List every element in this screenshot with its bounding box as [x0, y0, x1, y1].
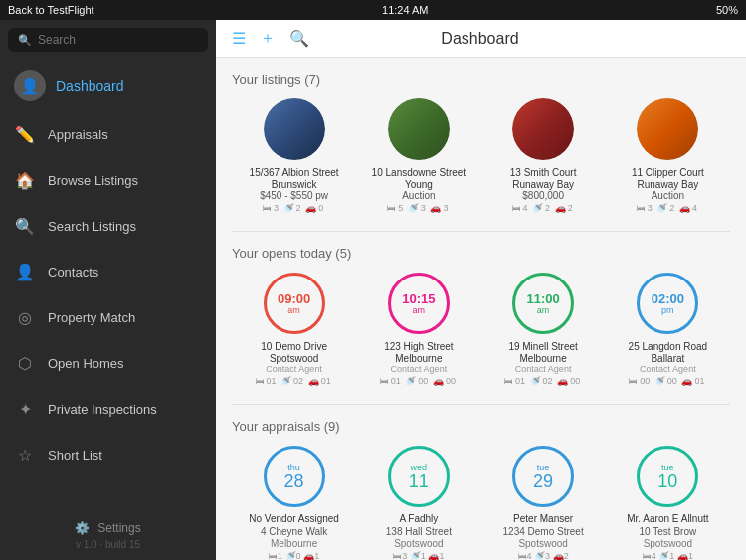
listing-price: Auction	[402, 190, 435, 201]
search-input[interactable]	[38, 33, 198, 47]
listing-meta: 🛏4 🚿2 🚗2	[512, 203, 575, 213]
search-header-icon[interactable]: 🔍	[289, 29, 309, 48]
sidebar-item-label: Browse Listings	[48, 173, 138, 188]
listing-meta: 🛏3 🚿2 🚗4	[637, 203, 699, 213]
contact-label: Contact Agent	[515, 364, 572, 374]
sidebar: 🔍 👤 Dashboard ✏️ Appraisals 🏠 Browse Lis…	[0, 20, 216, 560]
main-header: ☰ ＋ 🔍 Dashboard	[216, 20, 746, 58]
contacts-icon: 👤	[14, 261, 36, 282]
date-circle: wed 11	[388, 446, 450, 507]
search-icon: 🔍	[18, 34, 32, 47]
open-card[interactable]: 09:00 am 10 Demo Drive Spotswood Contact…	[232, 273, 356, 386]
opens-section-title: Your opens today (5)	[232, 246, 730, 261]
open-homes-icon: ⬡	[14, 352, 36, 374]
sidebar-item-label: Appraisals	[48, 127, 108, 142]
date-circle: tue 29	[512, 446, 574, 507]
listing-photo	[637, 98, 698, 160]
back-button[interactable]: Back to TestFlight	[8, 4, 94, 16]
sidebar-item-open-homes[interactable]: ⬡ Open Homes	[0, 340, 216, 386]
battery-indicator: 50%	[716, 4, 738, 16]
listing-photo	[264, 98, 325, 160]
contact-label: Contact Agent	[391, 364, 448, 374]
appraisal-card[interactable]: thu 28 No Vendor Assigned 4 Cheyne Walk …	[232, 446, 356, 560]
sidebar-item-contacts[interactable]: 👤 Contacts	[0, 249, 216, 294]
listing-suburb: Runaway Bay	[638, 179, 699, 190]
property-match-icon: ◎	[14, 306, 36, 328]
version-label: v 1.0 · build 15	[14, 539, 202, 550]
date-circle: thu 28	[264, 446, 325, 507]
sidebar-item-label: Property Match	[48, 310, 135, 325]
sidebar-item-browse-listings[interactable]: 🏠 Browse Listings	[0, 157, 216, 203]
listing-address: 13 Smith Court	[510, 166, 577, 179]
main-content: ☰ ＋ 🔍 Dashboard Your listings (7) 15/367…	[216, 20, 746, 560]
browse-icon: 🏠	[14, 169, 36, 191]
time-display: 11:24 AM	[382, 4, 428, 16]
appraisals-section-title: Your appraisals (9)	[232, 419, 730, 434]
listings-section-title: Your listings (7)	[232, 72, 730, 87]
time-circle: 10:15 am	[388, 273, 450, 334]
page-title: Dashboard	[441, 30, 518, 48]
contact-label: Contact Agent	[640, 364, 696, 374]
open-card[interactable]: 10:15 am 123 High Street Melbourne Conta…	[356, 273, 480, 386]
listings-row: 15/367 Albion Street Brunswick $450 - $5…	[232, 98, 730, 213]
open-card[interactable]: 11:00 am 19 Minell Street Melbourne Cont…	[481, 273, 606, 386]
sidebar-item-short-list[interactable]: ☆ Short List	[0, 432, 216, 477]
listing-price: $800,000	[522, 190, 564, 201]
sidebar-item-appraisals[interactable]: ✏️ Appraisals	[0, 111, 216, 157]
appraisal-card[interactable]: tue 29 Peter Manser 1234 Demo Street Spo…	[481, 446, 606, 560]
listing-card[interactable]: 13 Smith Court Runaway Bay $800,000 🛏4 🚿…	[481, 98, 606, 213]
sidebar-item-label: Open Homes	[48, 356, 124, 371]
sidebar-item-label: Contacts	[48, 265, 98, 280]
appraisal-card[interactable]: wed 11 A Fadhly 138 Hall Street Spotswoo…	[356, 446, 480, 560]
opens-row: 09:00 am 10 Demo Drive Spotswood Contact…	[232, 273, 730, 386]
appraisals-row: thu 28 No Vendor Assigned 4 Cheyne Walk …	[232, 446, 730, 560]
user-profile: 👤 Dashboard	[0, 60, 216, 111]
list-icon[interactable]: ☰	[232, 29, 246, 48]
listing-meta: 🛏5 🚿3 🚗3	[387, 203, 450, 213]
header-actions: ☰ ＋ 🔍	[232, 28, 309, 49]
add-icon[interactable]: ＋	[260, 28, 276, 49]
settings-icon: ⚙️	[75, 521, 90, 535]
search-listings-icon: 🔍	[14, 215, 36, 237]
user-name[interactable]: Dashboard	[56, 78, 124, 93]
listing-address: 15/367 Albion Street	[250, 166, 339, 179]
sidebar-item-property-match[interactable]: ◎ Property Match	[0, 294, 216, 340]
status-bar: Back to TestFlight 11:24 AM 50%	[0, 0, 746, 20]
date-circle: tue 10	[637, 446, 698, 507]
appraisal-card[interactable]: tue 10 Mr. Aaron E Allnutt 10 Test Brow …	[606, 446, 730, 560]
listing-address: 10 Lansdowne Street	[372, 166, 466, 179]
sidebar-item-label: Private Inspections	[48, 402, 157, 417]
time-circle: 02:00 pm	[637, 273, 698, 334]
listing-card[interactable]: 11 Clipper Court Runaway Bay Auction 🛏3 …	[606, 98, 730, 213]
listing-price: $450 - $550 pw	[260, 190, 328, 201]
listing-address: 11 Clipper Court	[632, 166, 704, 179]
appraisals-icon: ✏️	[14, 123, 36, 145]
listing-suburb: Brunswick	[272, 179, 317, 190]
sidebar-item-private-inspections[interactable]: ✦ Private Inspections	[0, 386, 216, 432]
open-card[interactable]: 02:00 pm 25 Langdon Road Ballarat Contac…	[606, 273, 730, 386]
listing-suburb: Young	[405, 179, 433, 190]
time-circle: 09:00 am	[264, 273, 325, 334]
sidebar-item-search-listings[interactable]: 🔍 Search Listings	[0, 203, 216, 249]
listing-suburb: Runaway Bay	[512, 179, 574, 190]
time-circle: 11:00 am	[512, 273, 574, 334]
settings-item[interactable]: ⚙️ Settings	[14, 521, 202, 535]
listing-photo	[512, 98, 574, 160]
listing-meta: 🛏3 🚿2 🚗0	[263, 203, 325, 213]
listing-card[interactable]: 15/367 Albion Street Brunswick $450 - $5…	[232, 98, 356, 213]
sidebar-item-label: Short List	[48, 448, 102, 463]
sidebar-item-label: Search Listings	[48, 219, 136, 234]
contact-label: Contact Agent	[266, 364, 322, 374]
avatar: 👤	[14, 70, 46, 101]
search-bar[interactable]: 🔍	[8, 28, 208, 52]
listing-price: Auction	[652, 190, 684, 201]
short-list-icon: ☆	[14, 444, 36, 466]
listing-card[interactable]: 10 Lansdowne Street Young Auction 🛏5 🚿3 …	[356, 98, 480, 213]
listing-photo	[388, 98, 450, 160]
content-area: Your listings (7) 15/367 Albion Street B…	[216, 58, 746, 560]
private-inspections-icon: ✦	[14, 398, 36, 420]
settings-label: Settings	[97, 521, 140, 535]
